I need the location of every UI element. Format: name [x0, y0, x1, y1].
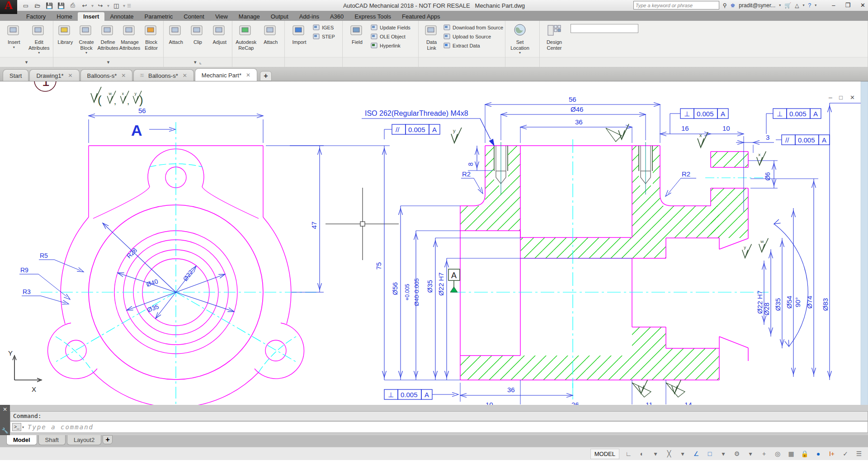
update-fields-button[interactable]: Update Fields	[371, 24, 410, 31]
menu-tab-featured-apps[interactable]: Featured Apps	[396, 12, 446, 21]
adjust-button[interactable]: Adjust	[209, 22, 230, 45]
manage-attributes-button[interactable]: Manage Attributes	[119, 22, 140, 51]
set-location-button[interactable]: Set Location▾	[507, 22, 533, 55]
qat-dropdown-icon[interactable]: ▾	[123, 3, 125, 8]
settings-gear-icon[interactable]: ⚙	[732, 449, 741, 458]
autocad-logo-icon[interactable]: A	[0, 0, 17, 14]
panel-label-linking-extraction[interactable]	[419, 57, 505, 67]
upload-to-source-button[interactable]: Upload to Source	[443, 33, 503, 40]
menu-tab-annotate[interactable]: Annotate	[104, 12, 139, 21]
redo-icon[interactable]: ↪	[95, 1, 105, 9]
document-tab-mechanic-part-[interactable]: Mechanic Part*✕	[195, 68, 257, 81]
tab-close-icon[interactable]: ✕	[68, 72, 72, 79]
help-icon[interactable]: ?	[808, 2, 811, 9]
workspace-icon[interactable]: ◫	[111, 1, 121, 9]
command-close-icon[interactable]: ✕	[3, 406, 7, 413]
ortho-dropdown-icon[interactable]: ▾	[678, 449, 687, 458]
drawing-canvas[interactable]: 56A47R28Ø40Ø35Ø22R5R9R3YX1[-][Top][2D Wi…	[0, 81, 868, 405]
menu-tab-view[interactable]: View	[210, 12, 233, 21]
osnap-icon[interactable]: □	[705, 449, 714, 458]
step-button[interactable]: STEP	[313, 33, 335, 40]
clip-button[interactable]: Clip	[187, 22, 208, 45]
customization-menu-icon[interactable]: ☰	[854, 449, 863, 458]
selection-cycling-icon[interactable]: ◎	[773, 449, 782, 458]
hyperlink-button[interactable]: Hyperlink	[371, 42, 410, 49]
block-editor-button[interactable]: Block Editor	[141, 22, 161, 51]
layout-tab-layout2[interactable]: Layout2	[67, 435, 101, 445]
annotation-lock-icon[interactable]: 🔒	[800, 449, 809, 458]
new-layout-tab-button[interactable]: +	[103, 435, 113, 444]
graphics-performance-icon[interactable]: ✓	[841, 449, 850, 458]
account-name[interactable]: pradit@syner...	[739, 2, 775, 9]
undo-dropdown-icon[interactable]: ▾	[91, 3, 94, 8]
osnap-dropdown-icon[interactable]: ▾	[719, 449, 728, 458]
snap-icon[interactable]: ◐	[637, 449, 646, 458]
polar-icon[interactable]: ∠	[692, 449, 701, 458]
insert-button[interactable]: Insert▾	[2, 22, 26, 49]
attach-pointcloud-button[interactable]: Attach	[259, 22, 283, 45]
tab-close-icon[interactable]: ✕	[183, 72, 187, 79]
undo-icon[interactable]: ↩	[80, 1, 90, 9]
save-icon[interactable]: 💾	[44, 1, 54, 9]
crosshair-icon[interactable]: +	[760, 449, 769, 458]
help-dropdown-icon[interactable]: ▾	[815, 3, 816, 7]
data-link-button[interactable]: Data Link	[420, 22, 443, 51]
panel-label-content[interactable]	[540, 57, 868, 67]
menu-tab-output[interactable]: Output	[265, 12, 294, 21]
grid-icon[interactable]: ∟	[624, 449, 633, 458]
help-search-input[interactable]: Type a keyword or phrase	[633, 1, 719, 9]
ole-object-button[interactable]: OLE Object	[371, 33, 410, 40]
extract-data-button[interactable]: Extract Data	[443, 42, 503, 49]
document-tab-start[interactable]: Start	[3, 69, 28, 81]
snap-dropdown-icon[interactable]: ▾	[651, 449, 660, 458]
iges-button[interactable]: IGES	[313, 24, 335, 31]
panel-label-block-definition[interactable]: ▾	[53, 57, 163, 67]
menu-tab-parametric[interactable]: Parametric	[139, 12, 178, 21]
document-tab-balloons-s-[interactable]: ⚿Balloons-s*✕	[133, 69, 193, 81]
layout-tab-shaft[interactable]: Shaft	[38, 435, 66, 445]
document-tab-drawing1-[interactable]: Drawing1*✕	[29, 69, 79, 81]
new-document-tab-button[interactable]: +	[260, 71, 272, 81]
model-space-button[interactable]: MODEL	[590, 449, 619, 459]
autodesk-seek-input[interactable]	[571, 24, 638, 33]
library-button[interactable]: Library	[55, 22, 75, 45]
new-file-icon[interactable]: ▭	[21, 1, 31, 9]
qat-more-icon[interactable]: ☰	[127, 3, 131, 8]
a360-dropdown-icon[interactable]: ▾	[802, 3, 804, 7]
autodesk-recap-button[interactable]: Autodesk ReCap	[234, 22, 258, 51]
download-from-source-button[interactable]: Download from Source	[443, 24, 503, 31]
attach-button[interactable]: Attach	[165, 22, 186, 45]
workspace-switching-icon[interactable]: ▦	[787, 449, 796, 458]
open-folder-icon[interactable]: 🗁	[33, 1, 42, 9]
tab-close-icon[interactable]: ✕	[246, 72, 250, 78]
panel-label-data[interactable]	[343, 57, 418, 67]
command-wrench-icon[interactable]: 🔧	[2, 427, 9, 434]
edit-attributes-button[interactable]: Edit Attributes▾	[27, 22, 52, 55]
panel-label-location[interactable]	[505, 57, 539, 67]
create-block-button[interactable]: Create Block▾	[76, 22, 97, 55]
import-button[interactable]: Import	[287, 22, 312, 45]
restore-button[interactable]: ❐	[845, 2, 850, 9]
annotation-scale-icon[interactable]: ●	[814, 449, 823, 458]
close-button[interactable]: ✕	[860, 2, 865, 9]
a360-icon[interactable]: △	[795, 2, 799, 9]
menu-tab-a360[interactable]: A360	[325, 12, 349, 21]
search-icon[interactable]: ⚲	[723, 2, 727, 9]
menu-tab-home[interactable]: Home	[51, 12, 78, 21]
minimize-button[interactable]: –	[832, 2, 835, 9]
menu-tab-insert[interactable]: Insert	[78, 12, 104, 21]
design-center-button[interactable]: Design Center	[542, 22, 567, 51]
define-attributes-button[interactable]: Define Attributes	[97, 22, 118, 51]
command-input[interactable]: >_ ▾ Type a command	[10, 421, 868, 433]
redo-dropdown-icon[interactable]: ▾	[107, 3, 109, 8]
menu-tab-express-tools[interactable]: Express Tools	[349, 12, 396, 21]
panel-label-point-cloud[interactable]	[232, 57, 284, 67]
menu-tab-factory[interactable]: Factory	[21, 12, 51, 21]
layout-tab-model[interactable]: Model	[6, 435, 37, 445]
save-as-icon[interactable]: 💾	[56, 1, 66, 9]
panel-label-reference[interactable]: ▾ ⌞	[164, 57, 232, 67]
panel-label-block[interactable]: ▾	[0, 57, 53, 67]
account-dropdown-icon[interactable]: ▾	[779, 3, 781, 7]
gear-dropdown-icon[interactable]: ▾	[746, 449, 755, 458]
menu-tab-add-ins[interactable]: Add-ins	[294, 12, 325, 21]
